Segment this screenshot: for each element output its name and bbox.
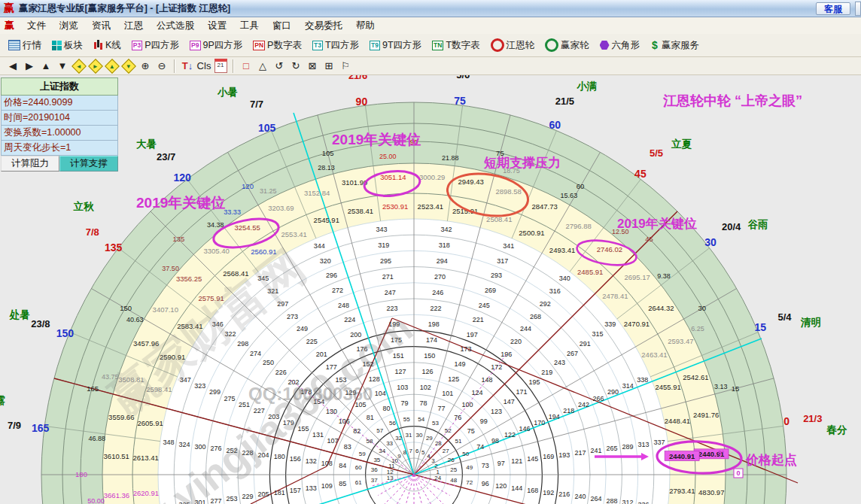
svg-text:31: 31 — [406, 432, 412, 439]
gann-wheel-icon — [491, 38, 504, 52]
svg-text:227: 227 — [254, 407, 265, 414]
menu-item-8[interactable]: 窗口 — [266, 18, 298, 34]
annotation-text-6: 价格起点 — [745, 453, 797, 467]
nav-right-button[interactable]: ▶ — [22, 59, 37, 73]
toolbar-button-江恩轮[interactable]: 江恩轮 — [486, 35, 540, 55]
svg-text:346: 346 — [212, 320, 224, 328]
svg-text:30: 30 — [698, 304, 706, 312]
svg-text:250: 250 — [263, 359, 274, 366]
flag-button[interactable]: ⚐ — [338, 59, 353, 73]
sort-down-button[interactable]: ▼ — [55, 59, 70, 73]
sort-up-button[interactable]: ▲ — [38, 59, 53, 73]
draw-square-button[interactable]: □ — [239, 59, 254, 73]
scale-box-button[interactable]: ⊞ — [321, 59, 336, 73]
toolbar-label: 板块 — [64, 39, 83, 52]
pan-left-button[interactable]: ◄ — [71, 59, 87, 73]
toolbar-button-六角形[interactable]: 六角形 — [595, 35, 645, 55]
svg-text:156: 156 — [290, 455, 301, 463]
svg-text:315: 315 — [592, 330, 604, 338]
svg-text:251: 251 — [239, 401, 250, 408]
zoom-out-button[interactable]: ⊖ — [154, 59, 169, 73]
menu-item-4[interactable]: 江恩 — [117, 18, 150, 34]
pan-down-button[interactable]: ▼ — [121, 59, 136, 73]
svg-text:152: 152 — [363, 360, 374, 368]
menu-item-2[interactable]: 浏览 — [53, 18, 85, 34]
svg-text:318: 318 — [439, 241, 450, 249]
svg-text:立秋: 立秋 — [72, 200, 94, 212]
svg-text:103: 103 — [397, 384, 408, 391]
svg-text:240: 240 — [574, 493, 586, 500]
menu-item-6[interactable]: 设置 — [201, 18, 233, 34]
svg-text:6.25: 6.25 — [691, 325, 704, 332]
svg-text:60: 60 — [355, 464, 362, 471]
panel-row-2: 时间=20190104 — [1, 111, 118, 126]
toolbar-button-行情[interactable]: 行情 — [4, 35, 46, 55]
svg-text:57: 57 — [376, 427, 383, 434]
toolbar-button-T四方形[interactable]: T3T四方形 — [308, 35, 364, 55]
draw-triangle-button[interactable]: △ — [255, 59, 270, 73]
svg-text:82: 82 — [353, 427, 361, 435]
panel-row-4: 周天变化步长=1 — [1, 141, 118, 156]
toolbar-button-赢家轮[interactable]: 赢家轮 — [540, 35, 594, 55]
svg-text:2560.91: 2560.91 — [251, 247, 276, 256]
svg-text:173: 173 — [461, 345, 472, 353]
index-info-panel: 上证指数 价格=2440.9099时间=20190104变换系数=1.00000… — [1, 77, 118, 172]
calendar-button[interactable]: 21 — [213, 59, 228, 73]
rotate-cw-button[interactable]: ↻ — [288, 59, 303, 73]
svg-text:13: 13 — [387, 475, 394, 481]
svg-text:30: 30 — [415, 432, 422, 439]
svg-text:120: 120 — [495, 482, 507, 490]
svg-text:178: 178 — [300, 388, 312, 396]
menu-bar: 赢 文件浏览资讯江恩公式选股设置工具窗口交易委托帮助 — [0, 17, 861, 35]
menu-item-9[interactable]: 交易委托 — [298, 18, 349, 34]
toolbar-button-9T四方形[interactable]: T99T四方形 — [365, 35, 426, 55]
toolbar-button-K线[interactable]: K线 — [89, 35, 126, 55]
gann-wheel-area[interactable]: 1530456075901051201351501651803.136.259.… — [0, 75, 861, 504]
svg-text:344: 344 — [314, 242, 325, 250]
svg-text:217: 217 — [574, 449, 586, 457]
toolbar-button-T数字表[interactable]: TNT数字表 — [427, 35, 484, 55]
zoom-in-button[interactable]: ⊕ — [138, 59, 153, 73]
toolbar-button-P四方形[interactable]: P3P四方形 — [127, 35, 184, 55]
toolbar-button-P数字表[interactable]: PNP数字表 — [248, 35, 306, 55]
menu-item-5[interactable]: 公式选股 — [150, 18, 201, 34]
svg-text:5: 5 — [421, 449, 425, 456]
svg-text:23/7: 23/7 — [157, 151, 175, 162]
menu-item-7[interactable]: 工具 — [233, 18, 266, 34]
svg-text:7/8: 7/8 — [86, 226, 99, 238]
svg-text:272: 272 — [332, 287, 343, 294]
menu-item-10[interactable]: 帮助 — [349, 18, 382, 34]
svg-text:35: 35 — [373, 457, 380, 463]
svg-text:170: 170 — [534, 419, 545, 427]
svg-text:2493.41: 2493.41 — [549, 246, 575, 254]
customer-service-button[interactable]: 客服 — [816, 2, 850, 15]
pan-right-button[interactable]: ► — [88, 59, 103, 73]
svg-text:165: 165 — [32, 422, 50, 434]
svg-text:2796.88: 2796.88 — [565, 222, 591, 230]
drawing-toolbar: ◀▶▲▼◄►▲▼⊕⊖T↓Cls21□△↺↻⊠⊞⚐ — [0, 57, 861, 75]
menu-item-1[interactable]: 文件 — [20, 18, 53, 34]
calc-resistance-button[interactable]: 计算阻力 — [1, 156, 59, 172]
menu-item-3[interactable]: 资讯 — [85, 18, 117, 34]
rotate-ccw-button[interactable]: ↺ — [272, 59, 287, 73]
svg-text:27: 27 — [443, 448, 449, 454]
svg-text:107: 107 — [327, 437, 339, 445]
toolbar-label: K线 — [105, 39, 121, 52]
svg-text:33.33: 33.33 — [224, 208, 241, 216]
nav-left-button[interactable]: ◀ — [5, 59, 20, 73]
svg-text:130: 130 — [326, 408, 337, 415]
svg-text:201: 201 — [316, 351, 327, 358]
pan-up-button[interactable]: ▲ — [105, 59, 120, 73]
svg-text:271: 271 — [382, 273, 394, 281]
close-box-button[interactable]: ⊠ — [305, 59, 320, 73]
toolbar-button-赢家服务[interactable]: $赢家服务 — [646, 35, 704, 55]
time-axis-button[interactable]: T↓ — [180, 59, 195, 73]
window-control-partial[interactable] — [855, 2, 861, 16]
toolbar-label: 赢家服务 — [662, 39, 699, 52]
svg-text:126: 126 — [421, 368, 433, 375]
toolbar-button-9P四方形[interactable]: P99P四方形 — [185, 35, 247, 55]
cls-button[interactable]: Cls — [196, 59, 211, 73]
svg-text:295: 295 — [380, 257, 391, 265]
toolbar-button-板块[interactable]: 板块 — [47, 35, 87, 55]
calc-support-button[interactable]: 计算支撑 — [59, 156, 118, 172]
